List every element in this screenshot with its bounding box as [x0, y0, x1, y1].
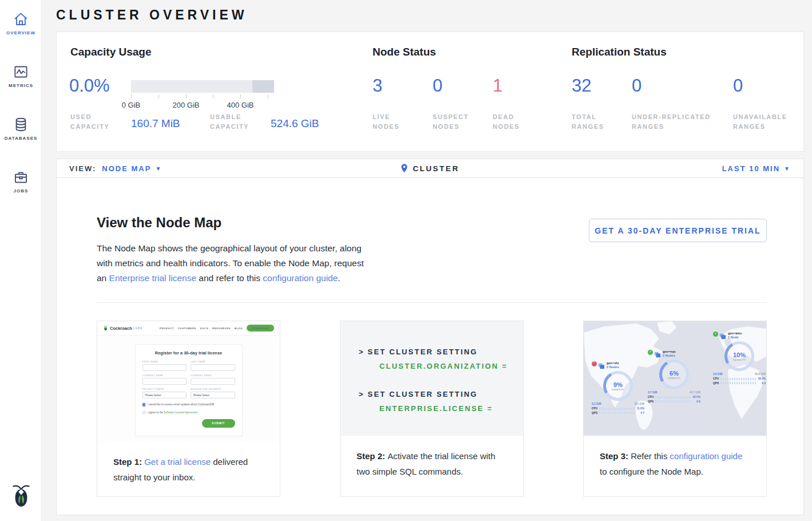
sidebar-item-jobs[interactable]: JOBS: [0, 167, 42, 197]
field-label: COMPANY NAME: [142, 374, 187, 377]
configuration-guide-link[interactable]: configuration guide: [670, 451, 743, 461]
unavailable-ranges-value: 0: [733, 76, 743, 96]
cluster-summary-card: Capacity Usage 0.0% 0 GiB 200 GiB 400 Gi…: [56, 31, 804, 152]
node-status-title: Node Status: [373, 46, 436, 58]
node-locality-sfo: geo=sfo 2 Nodes 9% CAPACITY 3.2 GiB311 G…: [592, 361, 644, 415]
dead-nodes-value: 1: [493, 76, 502, 96]
cockroach-icon: [103, 325, 108, 331]
capacity-axis-ticks: [131, 94, 274, 100]
capacity-gauge: 6% CAPACITY: [659, 360, 689, 389]
first-name-field: [142, 364, 187, 371]
locality-name: geo=nyc: [663, 350, 676, 353]
healthy-status-icon: [713, 331, 718, 337]
node-map-preview-illustration: geo=sfo 2 Nodes 9% CAPACITY 3.2 GiB311 G…: [584, 321, 766, 436]
capacity-gauge: 10% CAPACITY: [724, 341, 754, 371]
sql-setting: CLUSTER.ORGANIZATION =: [379, 362, 523, 370]
field-label: PROJECT PHASE: [142, 388, 187, 390]
used-capacity-label: USED CAPACITY: [70, 112, 116, 132]
mini-nav-item: CUSTOMERS: [178, 327, 196, 330]
company-email-field: [191, 378, 235, 385]
trial-registration-form: Register for a 30-day trial license FIRS…: [135, 344, 243, 436]
mini-nav-item: RESOURCES: [212, 327, 231, 330]
mini-nav-item: BLOG: [235, 327, 243, 330]
email-updates-checkbox-row: I would like to receive email updates ab…: [142, 403, 235, 406]
locality-name: geo=ams: [728, 331, 742, 335]
node-locality-ams: geo=ams 1 Node 10% CAPACITY 3.6 GiB36.6 …: [713, 331, 766, 385]
gauge-percent: 9%: [613, 381, 623, 388]
step-3-card: geo=sfo 2 Nodes 9% CAPACITY 3.2 GiB311 G…: [583, 321, 767, 497]
breadcrumb-cluster-label: CLUSTER: [413, 164, 459, 173]
software-license-agreement-link: Software License Agreement.: [164, 411, 198, 414]
gauge-label: CAPACITY: [612, 389, 624, 391]
configuration-guide-link[interactable]: configuration guide: [263, 273, 338, 283]
cpu-value: 42.5%: [692, 396, 700, 398]
view-dropdown[interactable]: NODE MAP▼: [102, 164, 162, 173]
cpu-label: CPU: [713, 377, 719, 380]
mini-submit-button: SUBMIT: [202, 419, 235, 428]
step-2-label: Step 2:: [357, 451, 387, 461]
healthy-status-icon: [648, 350, 653, 355]
node-locality-nyc: geo=nyc 2 Nodes 6% CAPACITY 3.7 GiB43.7 …: [648, 350, 700, 403]
map-pin-icon: [401, 164, 408, 173]
cockroachdb-logo[interactable]: [0, 483, 42, 512]
capacity-usage-bar: 0 GiB 200 GiB 400 GiB: [131, 80, 274, 110]
suspect-nodes-label: SUSPECT NODES: [433, 112, 478, 132]
mini-form-title: Register for a 30-day trial license: [142, 350, 235, 356]
field-label: REASON FOR INTEREST: [191, 388, 235, 390]
enterprise-trial-license-link[interactable]: Enterprise trial license: [109, 273, 196, 283]
usable-capacity-value: 524.6 GiB: [271, 117, 319, 130]
tick-label: 400 GiB: [225, 101, 256, 109]
last-name-field: [191, 364, 235, 371]
metrics-chart-icon: [13, 64, 29, 80]
step-2-card: > SET CLUSTER SETTING CLUSTER.ORGANIZATI…: [340, 321, 524, 497]
enterprise-trial-button[interactable]: GET A 30-DAY ENTERPRISE TRIAL: [589, 219, 767, 242]
get-trial-license-link[interactable]: Get a trial license: [144, 457, 211, 467]
caption-text: to configure the Node Map.: [600, 467, 703, 476]
locality-node-count: 2 Nodes: [663, 354, 676, 357]
sidebar-item-overview[interactable]: OVERVIEW: [0, 9, 42, 39]
qps-sparkline: [655, 400, 691, 402]
capacity-percent: 0.0%: [69, 76, 110, 96]
briefcase-icon: [13, 169, 29, 185]
mini-site-logo-text: Cockroach: [110, 326, 132, 331]
usable-capacity-label: USABLE CAPACITY: [210, 112, 260, 132]
step-1-card: Cockroach LABS PRODUCT CUSTOMERS DOCS RE…: [97, 321, 280, 497]
step-2-caption: Step 2: Activate the trial license with …: [340, 436, 523, 479]
total-ranges-label: TOTAL RANGES: [572, 112, 617, 132]
capacity-total: 311 GiB: [634, 402, 644, 405]
time-range-dropdown[interactable]: LAST 10 MIN▼: [722, 164, 791, 173]
capacity-gauge: 9% CAPACITY: [603, 371, 633, 401]
field-label: LAST NAME: [191, 360, 235, 363]
gauge-label: CAPACITY: [733, 359, 746, 361]
section-divider: [97, 302, 766, 303]
mini-site-nav: PRODUCT CUSTOMERS DOCS RESOURCES BLOG DO…: [160, 325, 274, 331]
chevron-down-icon: ▼: [784, 165, 791, 172]
cpu-sparkline: [720, 378, 756, 380]
gauge-label: CAPACITY: [668, 377, 680, 380]
cpu-sparkline: [655, 396, 691, 398]
qps-label: QPS: [648, 400, 653, 403]
sql-keyword: SET CLUSTER SETTING: [368, 348, 478, 356]
description-text: and refer to this: [196, 273, 263, 283]
sidebar-item-label: METRICS: [0, 83, 42, 88]
project-phase-select: Please Select: [142, 392, 187, 398]
unavailable-ranges-label: UNAVAILABLE RANGES: [733, 112, 796, 132]
step-3-label: Step 3:: [600, 451, 631, 461]
field-label: COMPANY EMAIL: [191, 374, 235, 377]
capacity-bar-track: [131, 80, 274, 93]
view-toolbar: VIEW: NODE MAP▼ CLUSTER LAST 10 MIN▼: [56, 159, 804, 178]
qps-label: QPS: [592, 412, 597, 415]
locality-node-count: 1 Node: [728, 336, 742, 339]
database-icon: [13, 117, 29, 132]
warning-status-icon: [592, 361, 597, 366]
live-nodes-value: 3: [373, 76, 382, 96]
sidebar-item-metrics[interactable]: METRICS: [0, 62, 42, 92]
node-map-heading: View the Node Map: [97, 215, 221, 231]
sql-command: > SET CLUSTER SETTING CLUSTER.ORGANIZATI…: [359, 348, 523, 370]
view-dropdown-value: NODE MAP: [102, 164, 151, 173]
sidebar-item-databases[interactable]: DATABASES: [0, 115, 42, 144]
cluster-overview-page: OVERVIEW METRICS DATABASES JOBS: [0, 0, 812, 521]
company-name-field: [142, 378, 187, 385]
mini-site-header: Cockroach LABS PRODUCT CUSTOMERS DOCS RE…: [97, 321, 280, 336]
capacity-total: 43.7 GiB: [690, 391, 700, 394]
